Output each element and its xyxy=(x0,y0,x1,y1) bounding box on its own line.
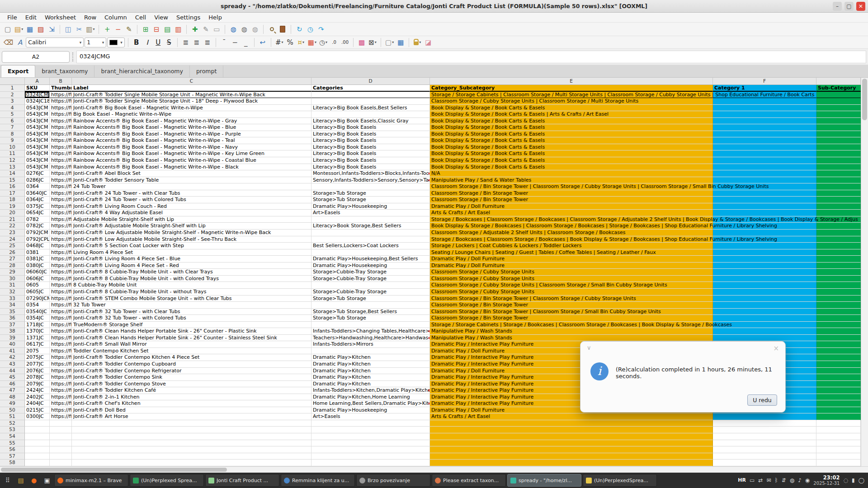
grid-cell[interactable]: Jonti-Craft® 32 Tub Tower - with Clear T… xyxy=(72,309,311,315)
grid-cell[interactable] xyxy=(713,170,816,177)
grid-cell[interactable]: Jonti-Craft® Toddler Single Mobile Stora… xyxy=(72,92,311,99)
grid-cell[interactable] xyxy=(50,453,72,460)
grid-cell[interactable] xyxy=(72,460,311,466)
grid-cell[interactable]: Classroom Storage / Cubby Storage Units xyxy=(430,269,713,276)
grid-cell[interactable]: Jonti-Craft® Living Room Couch - Red xyxy=(72,203,311,210)
grid-cell[interactable] xyxy=(72,453,311,460)
grid-cell[interactable] xyxy=(816,137,861,144)
edit-hyperlink-icon[interactable]: ◍ xyxy=(239,24,249,34)
grid-cell[interactable]: https://fil xyxy=(50,394,72,401)
row-header[interactable]: 57 xyxy=(0,453,25,460)
grid-cell[interactable]: Classroom Storage / Bin Storage Tower xyxy=(430,197,713,203)
grid-cell[interactable] xyxy=(430,453,713,460)
grid-cell[interactable]: Best Sellers,Lockers>Coat Lockers xyxy=(311,243,430,249)
vpn-icon[interactable]: ◍ xyxy=(790,477,794,483)
grid-cell[interactable]: https://fil xyxy=(50,269,72,276)
grid-cell[interactable]: 0324JC18 xyxy=(25,98,50,105)
grid-cell[interactable] xyxy=(713,289,816,296)
grid-cell[interactable] xyxy=(311,440,430,447)
grid-cell[interactable]: https://fil xyxy=(50,322,72,328)
grid-cell[interactable]: Rainbow Accents® Big Book Easel - Magnet… xyxy=(72,150,311,157)
grid-cell[interactable]: https://fil xyxy=(50,92,72,99)
row-header[interactable]: 27 xyxy=(0,256,25,263)
menu-worksheet[interactable]: Worksheet xyxy=(41,13,80,22)
grid-cell[interactable]: Jonti-Craft® 8 Cubbie-Tray Mobile Unit -… xyxy=(72,269,311,276)
grid-cell[interactable]: Storage>Tub Storage,Best Sellers xyxy=(311,309,430,315)
sheet-tab-prompt[interactable]: prompt xyxy=(190,66,223,77)
grid-cell[interactable]: https://fil xyxy=(50,368,72,375)
grid-cell[interactable]: Classroom Storage / Cubby Storage Units … xyxy=(430,282,713,289)
grid-cell[interactable] xyxy=(713,118,816,125)
grid-cell[interactable]: Jonti-Craft® Living Room 4 Piece Set - B… xyxy=(72,256,311,263)
grid-cell[interactable] xyxy=(713,446,816,453)
row-header[interactable]: 9 xyxy=(0,137,25,144)
clear-contents-icon[interactable]: ◪ xyxy=(423,38,433,47)
grid-cell[interactable]: https://fil xyxy=(50,296,72,302)
grid-cell[interactable] xyxy=(816,223,861,230)
grid-cell[interactable] xyxy=(816,164,861,171)
grid-cell[interactable]: Montessori,Infants-Toddlers>Blocks,Infan… xyxy=(311,170,430,177)
grid-cell[interactable]: 07290JCM xyxy=(25,296,50,302)
row-header[interactable]: 22 xyxy=(0,223,25,230)
grid-cell[interactable] xyxy=(816,302,861,309)
column-header-e[interactable]: E xyxy=(430,78,713,84)
grid-cell[interactable]: Rainbow Accents® Big Book Easel - Magnet… xyxy=(72,118,311,125)
grid-cell[interactable]: https://fil xyxy=(50,276,72,282)
menu-file[interactable]: File xyxy=(4,13,21,22)
row-header[interactable]: 49 xyxy=(0,400,25,407)
grid-cell[interactable] xyxy=(816,210,861,216)
grid-cell[interactable]: https://fil xyxy=(50,256,72,263)
grid-cell[interactable]: Manipulative Play / Wash Stands xyxy=(430,328,713,335)
row-header[interactable]: 58 xyxy=(0,460,25,466)
grid-cell[interactable]: 1718JC xyxy=(25,322,50,328)
grid-cell[interactable] xyxy=(816,124,861,131)
grid-cell[interactable]: https://fil xyxy=(50,387,72,394)
grid-cell[interactable]: Jonti-Craft® 2-in-1 Kitchen xyxy=(72,394,311,401)
grid-cell[interactable]: TrueModern® Storage Shelf xyxy=(72,322,311,328)
grid-cell[interactable] xyxy=(816,354,861,361)
grid-cell[interactable]: Adjustable Mobile Straight-Shelf with Li… xyxy=(72,216,311,223)
row-header[interactable]: 53 xyxy=(0,427,25,433)
grid-cell[interactable] xyxy=(25,440,50,447)
grid-cell[interactable]: Book Display & Storage / Book Carts & Ea… xyxy=(430,105,713,112)
grid-cell[interactable] xyxy=(816,230,861,236)
row-header[interactable]: 45 xyxy=(0,374,25,381)
grid-cell[interactable]: Storage / Bookcases | Classroom Storage … xyxy=(430,236,713,243)
grid-cell[interactable] xyxy=(816,394,861,401)
grid-cell[interactable]: Literacy>Big Book Easels xyxy=(311,131,430,138)
strikethrough-icon[interactable]: S xyxy=(164,38,174,47)
valign-bottom-icon[interactable]: _ xyxy=(241,38,251,47)
export-icon[interactable]: ⇲ xyxy=(47,24,57,34)
taskbar-window-folder-window[interactable]: (Un)PerplexedSprea... xyxy=(583,474,657,487)
grid-cell[interactable]: 06060JC xyxy=(25,269,50,276)
grid-cell[interactable]: Jonti-Craft® 24 Tub Tower - with Colored… xyxy=(72,197,311,203)
grid-cell[interactable]: Dramatic Play>Housekeeping xyxy=(311,203,430,210)
grid-cell[interactable]: SKU xyxy=(25,85,50,92)
grid-cell[interactable] xyxy=(311,92,430,99)
grid-cell[interactable]: Rainbow Accents® Big Book Easel - Magnet… xyxy=(72,157,311,164)
grid-cell[interactable]: Jonti-Craft® Toddler Contempo Stove xyxy=(72,381,311,388)
grid-cell[interactable]: Storage>Cubbie-Tray Storage xyxy=(311,269,430,276)
menu-view[interactable]: View xyxy=(151,13,172,22)
row-header[interactable]: 36 xyxy=(0,315,25,322)
row-header[interactable]: 10 xyxy=(0,144,25,151)
grid-cell[interactable]: https://fil xyxy=(50,157,72,164)
grid-cell[interactable] xyxy=(816,263,861,269)
grid-cell[interactable] xyxy=(713,177,816,184)
grid-cell[interactable]: 2075 xyxy=(25,348,50,355)
grid-cell[interactable]: https://fil xyxy=(50,203,72,210)
grid-cell[interactable] xyxy=(816,341,861,348)
grid-cell[interactable]: Jonti-Craft® 8 Cubbie-Tray Mobile Unit -… xyxy=(72,276,311,282)
grid-cell[interactable]: Storage>Tub Storage xyxy=(311,197,430,203)
grid-cell[interactable]: Dramatic Play / Doll Furniture xyxy=(430,263,713,269)
row-header[interactable]: 31 xyxy=(0,282,25,289)
grid-cell[interactable] xyxy=(713,269,816,276)
grid-cell[interactable]: 8 Cubbie-Tray Mobile Unit xyxy=(72,282,311,289)
align-center-icon[interactable]: ≣ xyxy=(192,38,202,47)
dialog-close-icon[interactable]: × xyxy=(773,344,779,352)
row-header[interactable]: 37 xyxy=(0,322,25,328)
grid-cell[interactable]: https://fil xyxy=(50,341,72,348)
grid-cell[interactable]: Jonti-Craft® Living Room 4 Piece Set - R… xyxy=(72,263,311,269)
keyboard-layout-indicator[interactable]: HR xyxy=(738,477,746,483)
grid-cell[interactable] xyxy=(816,157,861,164)
